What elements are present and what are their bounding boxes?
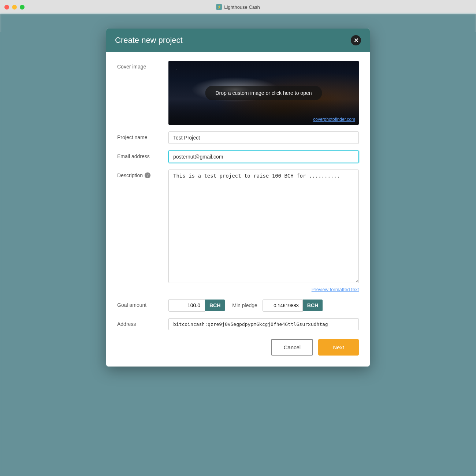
window-title: Lighthouse Cash bbox=[224, 4, 260, 10]
modal-overlay: Create new project ✕ Cover image Drop a … bbox=[0, 14, 476, 476]
app-icon: ⚡ bbox=[216, 4, 222, 10]
description-field-container: Preview formatted text bbox=[168, 170, 359, 293]
min-pledge-input[interactable] bbox=[263, 300, 303, 312]
next-button[interactable]: Next bbox=[318, 339, 359, 356]
goal-amount-label: Goal amount bbox=[117, 299, 168, 308]
goal-amount-field: BCH Min pledge BCH bbox=[168, 299, 359, 312]
project-name-field bbox=[168, 131, 359, 144]
preview-link-container: Preview formatted text bbox=[168, 286, 359, 293]
dialog-body: Cover image Drop a custom image or click… bbox=[106, 52, 370, 367]
preview-formatted-text-link[interactable]: Preview formatted text bbox=[312, 287, 359, 292]
address-row: Address bbox=[117, 318, 359, 330]
goal-amount-input[interactable] bbox=[168, 299, 205, 312]
email-label: Email address bbox=[117, 150, 168, 159]
dialog-footer: Cancel Next bbox=[117, 339, 359, 356]
min-pledge-label: Min pledge bbox=[232, 302, 257, 308]
project-name-row: Project name bbox=[117, 131, 359, 144]
window-controls[interactable] bbox=[4, 5, 25, 10]
window-min-button[interactable] bbox=[12, 5, 17, 10]
address-label: Address bbox=[117, 318, 168, 327]
dialog-header: Create new project ✕ bbox=[106, 29, 370, 52]
dialog-title: Create new project bbox=[115, 36, 183, 45]
address-input[interactable] bbox=[168, 318, 359, 330]
goal-row-inner: BCH Min pledge BCH bbox=[168, 299, 359, 312]
goal-amount-row: Goal amount BCH Min pledge BCH bbox=[117, 299, 359, 312]
window-max-button[interactable] bbox=[20, 5, 25, 10]
project-name-label: Project name bbox=[117, 131, 168, 140]
project-name-input[interactable] bbox=[168, 131, 359, 144]
email-row: Email address bbox=[117, 150, 359, 163]
cover-image-dropzone[interactable]: Drop a custom image or click here to ope… bbox=[168, 61, 359, 125]
goal-currency-button[interactable]: BCH bbox=[205, 300, 225, 311]
window-title-bar: ⚡ Lighthouse Cash bbox=[216, 4, 260, 10]
cover-image-row: Cover image Drop a custom image or click… bbox=[117, 61, 359, 125]
window-close-button[interactable] bbox=[4, 5, 9, 10]
cancel-button[interactable]: Cancel bbox=[271, 339, 313, 356]
titlebar: ⚡ Lighthouse Cash bbox=[0, 0, 476, 14]
cover-image-field: Drop a custom image or click here to ope… bbox=[168, 61, 359, 125]
create-project-dialog: Create new project ✕ Cover image Drop a … bbox=[106, 29, 370, 367]
cover-image-drop-hint[interactable]: Drop a custom image or click here to ope… bbox=[205, 86, 322, 100]
description-textarea[interactable] bbox=[168, 170, 359, 283]
description-help-icon[interactable]: ? bbox=[145, 172, 150, 178]
email-input[interactable] bbox=[168, 150, 359, 163]
description-label: Description ? bbox=[117, 170, 168, 178]
cover-image-label: Cover image bbox=[117, 61, 168, 70]
description-row: Description ? Preview formatted text bbox=[117, 170, 359, 293]
dialog-close-button[interactable]: ✕ bbox=[351, 35, 361, 45]
min-pledge-currency-button[interactable]: BCH bbox=[303, 300, 323, 311]
email-field-container bbox=[168, 150, 359, 163]
cover-attribution-link[interactable]: coverphotofinder.com bbox=[313, 117, 355, 122]
address-field-container bbox=[168, 318, 359, 330]
